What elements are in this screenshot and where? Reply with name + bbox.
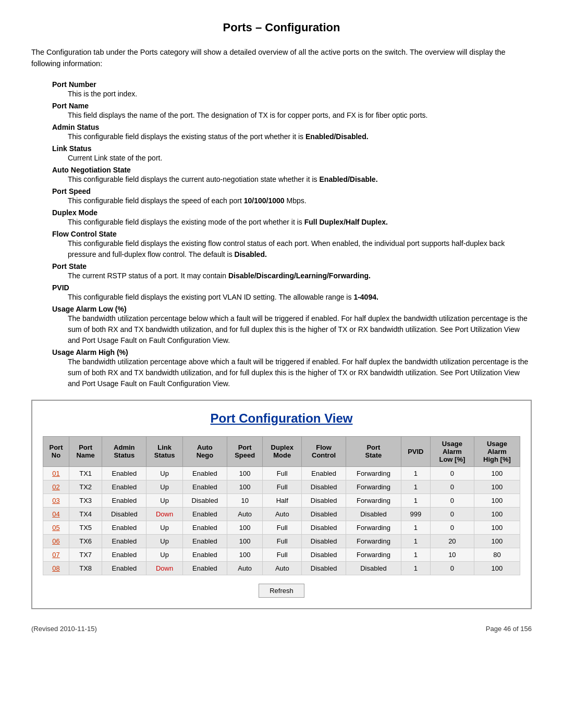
table-body: 01TX1EnabledUpEnabled100FullEnabledForwa…	[43, 466, 520, 575]
table-row: 06TX6EnabledUpEnabled100FullDisabledForw…	[43, 534, 520, 548]
col-header-11: UsageAlarmHigh [%]	[474, 436, 520, 466]
field-desc: This configurable field displays the exi…	[68, 238, 532, 260]
field-name: Duplex Mode	[52, 208, 532, 217]
field-item: Port NameThis field displays the name of…	[52, 102, 532, 121]
field-item: PVIDThis configurable field displays the…	[52, 283, 532, 303]
table-cell: 100	[227, 521, 263, 534]
table-cell[interactable]: 08	[43, 561, 69, 575]
table-cell[interactable]: 03	[43, 493, 69, 507]
table-cell: Forwarding	[346, 493, 401, 507]
field-desc: This configurable field displays the exi…	[68, 217, 532, 228]
table-cell: 0	[430, 507, 474, 521]
table-cell[interactable]: 06	[43, 534, 69, 548]
table-cell: Full	[263, 521, 302, 534]
field-desc: This configurable field displays the exi…	[68, 292, 532, 303]
table-cell: TX2	[69, 480, 102, 493]
status-down: Down	[156, 510, 173, 518]
page-title: Ports – Configuration	[31, 21, 532, 34]
refresh-button[interactable]: Refresh	[259, 584, 304, 598]
col-header-1: PortName	[69, 436, 102, 466]
port-link[interactable]: 07	[52, 551, 59, 559]
table-cell: 0	[430, 561, 474, 575]
table-cell: 100	[474, 507, 520, 521]
table-cell: Enabled	[182, 561, 227, 575]
footer: (Revised 2010-11-15) Page 46 of 156	[31, 625, 532, 633]
table-head: PortNoPortNameAdminStatusLinkStatusAutoN…	[43, 436, 520, 466]
port-link[interactable]: 08	[52, 564, 59, 572]
col-header-7: FlowControl	[302, 436, 346, 466]
table-row: 05TX5EnabledUpEnabled100FullDisabledForw…	[43, 521, 520, 534]
table-cell[interactable]: 07	[43, 548, 69, 561]
field-name: Port Number	[52, 80, 532, 89]
field-desc: Current Link state of the port.	[68, 153, 532, 164]
port-link[interactable]: 04	[52, 510, 59, 518]
table-cell: 10	[430, 548, 474, 561]
table-title: Port Configuration View	[43, 411, 520, 426]
table-cell: 100	[474, 480, 520, 493]
field-item: Admin StatusThis configurable field disp…	[52, 123, 532, 142]
table-cell: 1	[401, 548, 430, 561]
table-cell: TX5	[69, 521, 102, 534]
table-cell: Forwarding	[346, 466, 401, 480]
table-row: 08TX8EnabledDownEnabledAutoAutoDisabledD…	[43, 561, 520, 575]
field-name: Usage Alarm Low (%)	[52, 305, 532, 313]
table-cell: Enabled	[102, 466, 146, 480]
table-cell: 0	[430, 521, 474, 534]
table-cell: 0	[430, 466, 474, 480]
field-name: PVID	[52, 283, 532, 292]
footer-page: Page 46 of 156	[486, 625, 532, 633]
table-cell: Disabled	[182, 493, 227, 507]
field-item: Flow Control StateThis configurable fiel…	[52, 230, 532, 260]
field-list: Port NumberThis is the port index.Port N…	[52, 80, 532, 389]
field-desc: The bandwidth utilization percentage bel…	[68, 313, 532, 346]
table-cell: 0	[430, 480, 474, 493]
table-cell: Enabled	[102, 548, 146, 561]
port-link[interactable]: 06	[52, 537, 59, 545]
field-name: Port Speed	[52, 187, 532, 195]
status-down: Down	[156, 564, 173, 572]
footer-revised: (Revised 2010-11-15)	[31, 625, 97, 633]
table-cell: Full	[263, 534, 302, 548]
table-cell: TX7	[69, 548, 102, 561]
col-header-3: LinkStatus	[146, 436, 183, 466]
table-cell: Disabled	[346, 507, 401, 521]
field-desc: This configurable field displays the exi…	[68, 131, 532, 142]
port-link[interactable]: 05	[52, 524, 59, 532]
port-link[interactable]: 02	[52, 483, 59, 491]
table-cell: TX1	[69, 466, 102, 480]
table-cell: 10	[227, 493, 263, 507]
config-table: PortNoPortNameAdminStatusLinkStatusAutoN…	[43, 436, 520, 575]
table-cell: TX8	[69, 561, 102, 575]
table-cell: Forwarding	[346, 480, 401, 493]
table-cell: TX6	[69, 534, 102, 548]
table-cell: Auto	[263, 507, 302, 521]
table-header-row: PortNoPortNameAdminStatusLinkStatusAutoN…	[43, 436, 520, 466]
field-item: Port SpeedThis configurable field displa…	[52, 187, 532, 206]
table-cell: Enabled	[182, 507, 227, 521]
field-name: Admin Status	[52, 123, 532, 131]
table-cell: 1	[401, 534, 430, 548]
table-cell[interactable]: 05	[43, 521, 69, 534]
table-cell: Disabled	[302, 507, 346, 521]
table-cell[interactable]: 04	[43, 507, 69, 521]
field-item: Usage Alarm Low (%)The bandwidth utiliza…	[52, 305, 532, 346]
table-cell: Enabled	[182, 466, 227, 480]
port-link[interactable]: 01	[52, 470, 59, 477]
table-cell: Full	[263, 466, 302, 480]
table-cell[interactable]: 02	[43, 480, 69, 493]
table-cell: Auto	[263, 561, 302, 575]
port-link[interactable]: 03	[52, 497, 59, 504]
field-item: Link StatusCurrent Link state of the por…	[52, 144, 532, 164]
table-cell: Disabled	[302, 548, 346, 561]
table-cell: Up	[146, 521, 183, 534]
table-cell: Enabled	[182, 480, 227, 493]
table-cell: Full	[263, 548, 302, 561]
field-name: Link Status	[52, 144, 532, 153]
table-cell: Disabled	[302, 480, 346, 493]
table-cell: 100	[474, 466, 520, 480]
table-cell[interactable]: 01	[43, 466, 69, 480]
table-cell: 0	[430, 493, 474, 507]
table-cell: Auto	[227, 561, 263, 575]
refresh-area: Refresh	[43, 584, 520, 598]
table-cell: Disabled	[302, 493, 346, 507]
